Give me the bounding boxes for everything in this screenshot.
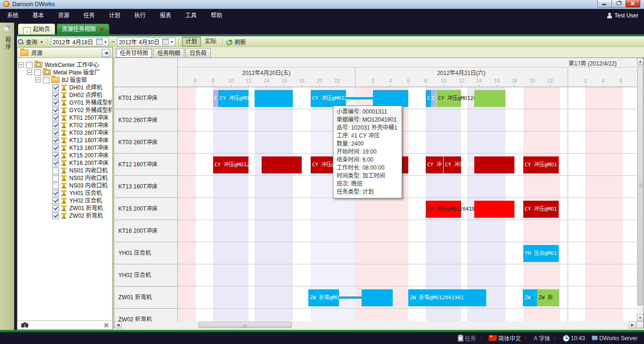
menu-item-任务[interactable]: 任务 xyxy=(76,9,102,23)
scroll-down-icon[interactable]: ▼ xyxy=(637,314,644,321)
refresh-button[interactable]: 刷新 xyxy=(235,38,246,46)
status-item-任务[interactable]: 任务▾ xyxy=(458,334,484,342)
tree-item[interactable]: BJ 钣金部 xyxy=(17,76,112,83)
status-item-字体[interactable]: A字体▾ xyxy=(534,334,558,342)
tree-item[interactable]: KT13 160T冲床 xyxy=(17,144,112,151)
tree-item[interactable]: YH01 压合机 xyxy=(17,189,112,197)
restore-button[interactable] xyxy=(611,0,626,8)
resource-checkbox[interactable] xyxy=(52,197,59,204)
menu-item-基本[interactable]: 基本 xyxy=(25,9,51,23)
scroll-left-icon[interactable]: ◀ xyxy=(115,321,122,328)
resource-checkbox[interactable] xyxy=(52,107,59,114)
task-bar[interactable] xyxy=(362,289,393,306)
close-tab-icon[interactable] xyxy=(99,27,104,32)
task-bar[interactable]: ZW 折弯@MO12041901 xyxy=(408,289,486,306)
resource-checkbox[interactable] xyxy=(52,190,59,197)
current-user[interactable]: Test User xyxy=(607,9,638,23)
query-button[interactable]: 查询 xyxy=(26,38,37,46)
task-bar[interactable]: ZW 折 xyxy=(537,289,559,306)
tree-item[interactable]: ZW01 折弯机 xyxy=(17,204,112,212)
tree-item[interactable]: NS01 内收口机 xyxy=(17,166,112,174)
task-bar[interactable]: CY 冲压@MO12041901 xyxy=(218,90,248,107)
task-bar[interactable] xyxy=(255,90,293,107)
task-bar[interactable]: CY 冲压@MO1 xyxy=(523,201,559,218)
menu-item-系统[interactable]: 系统 xyxy=(0,9,25,23)
clear-icon[interactable] xyxy=(104,323,108,328)
gantt-tab-任务明细[interactable]: 任务明细 xyxy=(153,48,184,58)
resource-checkbox[interactable] xyxy=(52,152,59,159)
date-to-picker[interactable]: 2012年 4月30日 ▾ xyxy=(117,37,175,46)
vertical-scrollbar[interactable]: ▲ ▼ xyxy=(637,58,644,321)
find-icon[interactable] xyxy=(21,322,29,328)
task-bar[interactable]: YH 压合@MO1 xyxy=(523,245,559,262)
scroll-up-icon[interactable]: ▲ xyxy=(637,58,644,65)
status-item-简体中文[interactable]: 简体中文▾ xyxy=(488,334,528,342)
task-bar[interactable]: C xyxy=(431,90,436,107)
tree-item[interactable]: KT01 250T冲床 xyxy=(17,114,112,121)
tree-item[interactable]: GY01 外桶成型机 xyxy=(17,98,112,106)
close-button[interactable] xyxy=(626,0,640,8)
task-bar[interactable] xyxy=(474,201,514,218)
collapse-node-icon[interactable] xyxy=(27,70,32,75)
tree-item[interactable]: KT15 200T冲床 xyxy=(17,151,112,159)
calendar-icon[interactable] xyxy=(96,39,103,45)
task-bar[interactable] xyxy=(474,156,514,173)
task-bar[interactable]: ZW xyxy=(523,289,537,306)
tree-item[interactable]: DH02 点焊机 xyxy=(17,91,112,98)
resource-checkbox[interactable] xyxy=(43,77,50,83)
horizontal-scrollbar[interactable]: ◀ ▶ xyxy=(114,321,644,328)
query-dropdown-icon[interactable]: ▾ xyxy=(41,40,43,44)
task-bar[interactable]: CY 冲压@MO12041904 xyxy=(444,156,461,173)
status-item-10:43[interactable]: 10:43 xyxy=(563,335,586,342)
tree-item[interactable]: KT12 160T冲床 xyxy=(17,136,112,144)
tree-item[interactable]: WorkCenter 工作中心 xyxy=(17,61,112,68)
tree-item[interactable]: NS02 内收口机 xyxy=(17,174,112,181)
status-item-DWorks Server[interactable]: DWorks Server xyxy=(592,335,639,342)
collapse-node-icon[interactable] xyxy=(18,62,24,67)
resource-checkbox[interactable] xyxy=(52,145,59,151)
dropdown-icon[interactable]: ▾ xyxy=(524,336,527,341)
tree-item[interactable]: ZW02 折弯机 xyxy=(17,212,112,219)
dropdown-icon[interactable]: ▾ xyxy=(553,336,556,341)
menu-item-报表[interactable]: 报表 xyxy=(153,9,178,23)
tree-item[interactable]: KT03 260T冲床 xyxy=(17,129,112,136)
task-bar[interactable]: CY 冲压@MO12041904 xyxy=(213,156,248,173)
task-bar[interactable] xyxy=(474,90,505,107)
resource-checkbox[interactable] xyxy=(52,130,59,136)
tree-item[interactable]: KT16 200T冲床 xyxy=(17,159,112,166)
resource-checkbox[interactable] xyxy=(26,62,33,68)
task-bar[interactable]: CY 冲压@MO12041902 xyxy=(437,90,461,107)
menu-item-资源[interactable]: 资源 xyxy=(51,9,76,23)
resource-checkbox[interactable] xyxy=(52,205,59,212)
tree-item[interactable]: DH01 点焊机 xyxy=(17,83,112,91)
resource-checkbox[interactable] xyxy=(52,137,59,144)
task-bar[interactable]: CY 冲压@MO12041903 xyxy=(426,201,461,218)
dropdown-icon[interactable]: ▾ xyxy=(479,336,482,341)
actual-toggle-button[interactable]: 实际 xyxy=(202,37,220,46)
menu-item-执行[interactable]: 执行 xyxy=(127,9,153,23)
resource-checkbox[interactable] xyxy=(52,99,59,106)
tree-item[interactable]: KT02 260T冲床 xyxy=(17,121,112,129)
task-bar[interactable]: C xyxy=(213,90,218,107)
tab-resource-task-view[interactable]: 资源任务视图 xyxy=(57,24,109,34)
menu-item-工具[interactable]: 工具 xyxy=(178,9,204,23)
task-bar-connector[interactable] xyxy=(339,296,362,299)
date-from-picker[interactable]: 2012年 4月18日 ▾ xyxy=(51,37,109,46)
task-bar[interactable]: ZW 折弯@MO12041901 xyxy=(308,289,339,306)
tree-item[interactable]: YH02 压合机 xyxy=(17,197,112,204)
menu-item-计划[interactable]: 计划 xyxy=(102,9,127,23)
rail-program-label[interactable]: 程序 xyxy=(4,37,12,51)
resource-checkbox[interactable] xyxy=(52,92,59,98)
task-bar[interactable]: C xyxy=(426,90,431,107)
tree-item[interactable]: GY02 外桶成型机 xyxy=(17,106,112,114)
resource-checkbox[interactable] xyxy=(34,69,41,76)
task-bar[interactable] xyxy=(373,90,408,107)
resource-checkbox[interactable] xyxy=(52,213,59,219)
vertical-scroll-thumb[interactable] xyxy=(637,66,643,305)
collapse-panel-button[interactable]: ◀ xyxy=(102,49,110,57)
scroll-right-icon[interactable]: ▶ xyxy=(629,321,636,328)
task-bar[interactable]: CY 冲压@MO12041901 xyxy=(311,90,346,107)
gantt-tab-任务甘特图[interactable]: 任务甘特图 xyxy=(116,48,152,58)
horizontal-scroll-thumb[interactable] xyxy=(198,322,292,328)
resource-checkbox[interactable] xyxy=(52,167,59,174)
